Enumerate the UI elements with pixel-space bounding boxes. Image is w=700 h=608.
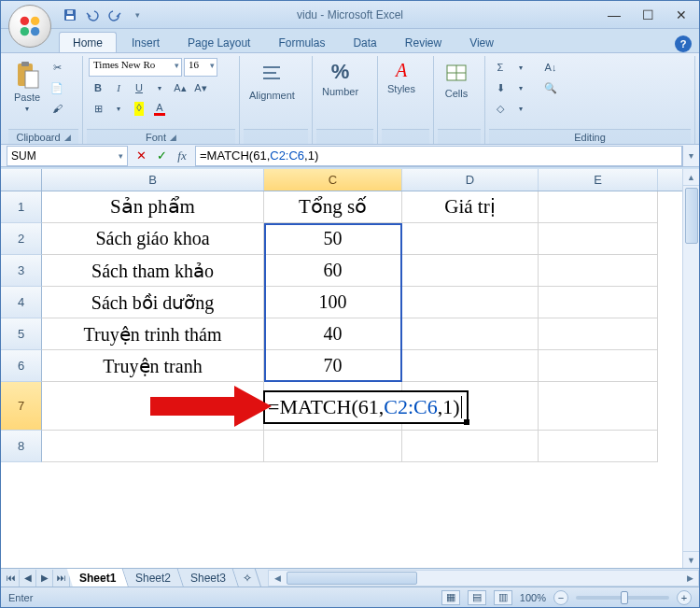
vertical-scrollbar[interactable]: ▲ ▼ xyxy=(682,169,699,568)
cell[interactable]: 40 xyxy=(264,318,402,350)
cell[interactable]: Truyện trinh thám xyxy=(42,318,264,350)
row-header-7[interactable]: 7 xyxy=(1,382,42,431)
cell[interactable] xyxy=(402,223,539,255)
office-button[interactable] xyxy=(8,5,51,48)
sheet-tab-3[interactable]: Sheet3 xyxy=(178,569,240,587)
row-header-1[interactable]: 1 xyxy=(1,191,42,223)
tab-data[interactable]: Data xyxy=(340,33,389,52)
cut-icon[interactable]: ✂ xyxy=(48,58,66,77)
font-name-combo[interactable]: Times New Ro xyxy=(89,58,182,77)
namebox-dropdown-icon[interactable]: ▾ xyxy=(119,151,123,161)
select-all-corner[interactable] xyxy=(1,169,42,191)
fill-icon[interactable]: ⬇ xyxy=(491,78,510,97)
next-sheet-icon[interactable]: ▶ xyxy=(36,570,53,587)
row-header-6[interactable]: 6 xyxy=(1,350,42,382)
format-painter-icon[interactable]: 🖌 xyxy=(48,99,66,118)
cancel-formula-icon[interactable]: ✕ xyxy=(132,147,150,165)
tab-review[interactable]: Review xyxy=(392,33,455,52)
help-icon[interactable]: ? xyxy=(675,35,692,52)
zoom-slider[interactable] xyxy=(576,596,669,600)
name-box[interactable]: SUM ▾ xyxy=(7,146,128,166)
italic-button[interactable]: I xyxy=(109,78,128,97)
editing-cell[interactable]: =MATCH(61,C2:C6,1) xyxy=(263,390,469,424)
scroll-thumb[interactable] xyxy=(685,188,698,244)
expand-formula-bar-icon[interactable]: ▾ xyxy=(682,146,699,166)
cell[interactable] xyxy=(42,431,264,462)
fill-handle[interactable] xyxy=(464,419,469,425)
cell[interactable]: Giá trị xyxy=(402,191,539,223)
cell[interactable] xyxy=(539,350,658,382)
borders-icon[interactable]: ⊞ xyxy=(89,99,107,118)
page-break-view-icon[interactable]: ▥ xyxy=(494,590,512,605)
cell[interactable] xyxy=(539,318,658,350)
column-header-b[interactable]: B xyxy=(42,169,264,191)
font-color-icon[interactable]: A xyxy=(150,99,169,118)
page-layout-view-icon[interactable]: ▤ xyxy=(468,590,486,605)
sort-filter-icon[interactable]: A↓ xyxy=(541,58,560,77)
cell[interactable] xyxy=(539,287,658,318)
redo-icon[interactable] xyxy=(105,6,124,24)
cell[interactable] xyxy=(539,191,658,223)
maximize-button[interactable]: ☐ xyxy=(636,6,660,24)
qat-customize-icon[interactable]: ▾ xyxy=(128,6,147,24)
undo-icon[interactable] xyxy=(83,6,102,24)
save-icon[interactable] xyxy=(61,6,79,24)
cell[interactable]: Sách bồi dưỡng xyxy=(42,287,264,318)
dialog-launcher-icon[interactable]: ◢ xyxy=(170,133,176,142)
zoom-level[interactable]: 100% xyxy=(520,592,546,603)
normal-view-icon[interactable]: ▦ xyxy=(441,590,460,605)
scroll-right-icon[interactable]: ▶ xyxy=(681,571,698,586)
styles-button[interactable]: AStyles xyxy=(382,58,421,96)
cell[interactable] xyxy=(402,318,539,350)
sheet-tab-1[interactable]: Sheet1 xyxy=(67,569,130,587)
cell[interactable]: Sách giáo khoa xyxy=(42,223,264,255)
row-header-5[interactable]: 5 xyxy=(1,318,42,350)
cells-button[interactable]: Cells xyxy=(438,58,475,101)
alignment-button[interactable]: Alignment xyxy=(244,58,301,103)
cell[interactable] xyxy=(402,287,539,318)
cell[interactable]: 60 xyxy=(264,255,402,287)
row-header-3[interactable]: 3 xyxy=(1,255,42,287)
sheet-tab-2[interactable]: Sheet2 xyxy=(123,569,185,587)
scroll-thumb[interactable] xyxy=(287,572,417,585)
column-header-e[interactable]: E xyxy=(539,169,658,191)
find-icon[interactable]: 🔍 xyxy=(541,78,560,97)
font-size-combo[interactable]: 16 xyxy=(184,58,217,77)
enter-formula-icon[interactable]: ✓ xyxy=(152,147,171,165)
bold-button[interactable]: B xyxy=(89,78,107,97)
zoom-out-icon[interactable]: − xyxy=(553,590,568,605)
shrink-font-icon[interactable]: A▾ xyxy=(191,78,210,97)
cell[interactable]: Sách tham khảo xyxy=(42,255,264,287)
scroll-left-icon[interactable]: ◀ xyxy=(269,571,286,586)
tab-page-layout[interactable]: Page Layout xyxy=(175,33,263,52)
tab-home[interactable]: Home xyxy=(59,32,117,52)
cell[interactable]: 100 xyxy=(264,287,402,318)
column-header-d[interactable]: D xyxy=(402,169,539,191)
horizontal-scrollbar[interactable]: ◀ ▶ xyxy=(268,570,699,587)
tab-view[interactable]: View xyxy=(456,33,507,52)
cell[interactable] xyxy=(42,382,264,431)
cell[interactable]: Tổng số xyxy=(264,191,402,223)
cell[interactable] xyxy=(539,431,658,462)
cell[interactable] xyxy=(539,382,658,431)
cell[interactable] xyxy=(402,255,539,287)
cell[interactable] xyxy=(264,431,402,462)
zoom-in-icon[interactable]: + xyxy=(677,590,692,605)
dialog-launcher-icon[interactable]: ◢ xyxy=(64,133,71,142)
paste-button[interactable]: Paste ▾ xyxy=(8,58,46,115)
insert-function-icon[interactable]: fx xyxy=(173,147,191,165)
column-header-c[interactable]: C xyxy=(264,169,402,191)
number-button[interactable]: %Number xyxy=(316,58,364,99)
row-header-8[interactable]: 8 xyxy=(1,431,42,462)
clear-icon[interactable]: ◇ xyxy=(491,99,510,118)
cell[interactable]: 50 xyxy=(264,223,402,255)
row-header-4[interactable]: 4 xyxy=(1,287,42,318)
formula-input[interactable]: =MATCH(61,C2:C6,1) xyxy=(195,146,682,166)
cell[interactable] xyxy=(539,223,658,255)
autosum-icon[interactable]: Σ xyxy=(491,58,510,77)
cell[interactable] xyxy=(402,350,539,382)
tab-formulas[interactable]: Formulas xyxy=(265,33,338,52)
copy-icon[interactable]: 📄 xyxy=(48,78,66,97)
minimize-button[interactable]: — xyxy=(602,6,626,24)
new-sheet-icon[interactable]: ✧ xyxy=(233,569,261,587)
